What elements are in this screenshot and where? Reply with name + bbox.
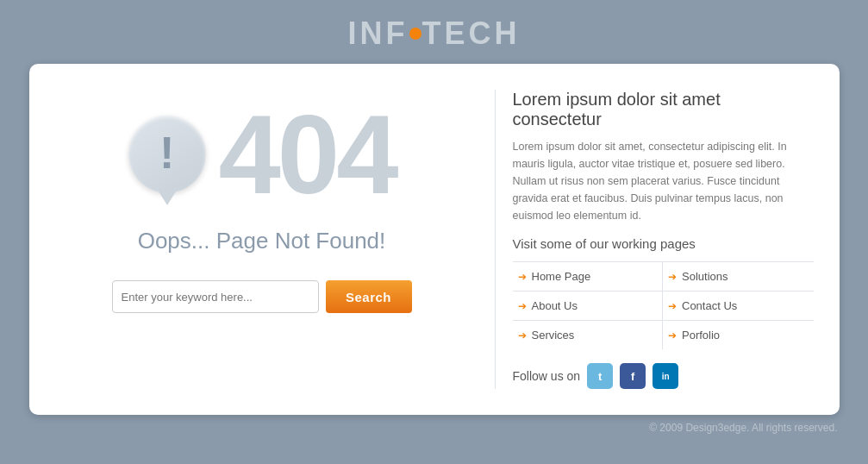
- error-code: 404: [219, 98, 396, 210]
- arrow-icon: ➔: [668, 300, 677, 312]
- arrow-icon: ➔: [518, 300, 527, 312]
- right-panel: Lorem ipsum dolor sit amet consectetur L…: [504, 90, 814, 389]
- search-button[interactable]: Search: [326, 280, 412, 313]
- header: INFTECH: [0, 0, 868, 64]
- search-area: Search: [112, 280, 412, 313]
- left-panel: ! 404 Oops... Page Not Found! Search: [55, 90, 486, 389]
- follow-label: Follow us on: [513, 369, 581, 383]
- linkedin-icon[interactable]: in: [653, 363, 678, 389]
- arrow-icon: ➔: [668, 329, 677, 342]
- footer: © 2009 Design3edge. All rights reserved.: [29, 422, 840, 434]
- link-contact-us[interactable]: ➔ Contact Us: [663, 292, 814, 321]
- main-card: ! 404 Oops... Page Not Found! Search Lor…: [29, 64, 840, 415]
- link-home-page[interactable]: ➔ Home Page: [513, 262, 664, 292]
- visit-heading: Visit some of our working pages: [513, 236, 814, 251]
- logo-dot: [409, 28, 422, 40]
- link-services[interactable]: ➔ Services: [513, 321, 664, 349]
- exclamation-bubble: !: [128, 116, 206, 193]
- arrow-icon: ➔: [518, 271, 527, 283]
- exclamation-mark: !: [159, 130, 174, 175]
- link-porfolio[interactable]: ➔ Porfolio: [663, 321, 814, 349]
- link-solutions[interactable]: ➔ Solutions: [663, 262, 814, 292]
- facebook-icon[interactable]: f: [620, 363, 646, 389]
- twitter-icon[interactable]: t: [587, 363, 613, 389]
- arrow-icon: ➔: [668, 271, 677, 283]
- link-about-us[interactable]: ➔ About Us: [513, 292, 664, 321]
- not-found-label: Oops... Page Not Found!: [138, 228, 386, 254]
- arrow-icon: ➔: [518, 329, 527, 342]
- error-area: ! 404: [128, 98, 396, 210]
- right-heading: Lorem ipsum dolor sit amet consectetur: [513, 90, 814, 129]
- search-input[interactable]: [112, 280, 319, 313]
- links-grid: ➔ Home Page ➔ Solutions ➔ About Us ➔ Con…: [513, 261, 814, 349]
- follow-area: Follow us on t f in: [513, 363, 814, 389]
- copyright-text: © 2009 Design3edge. All rights reserved.: [649, 422, 837, 434]
- logo: INFTECH: [348, 16, 521, 52]
- right-body: Lorem ipsum dolor sit amet, consectetur …: [513, 138, 814, 224]
- panel-divider: [495, 90, 496, 389]
